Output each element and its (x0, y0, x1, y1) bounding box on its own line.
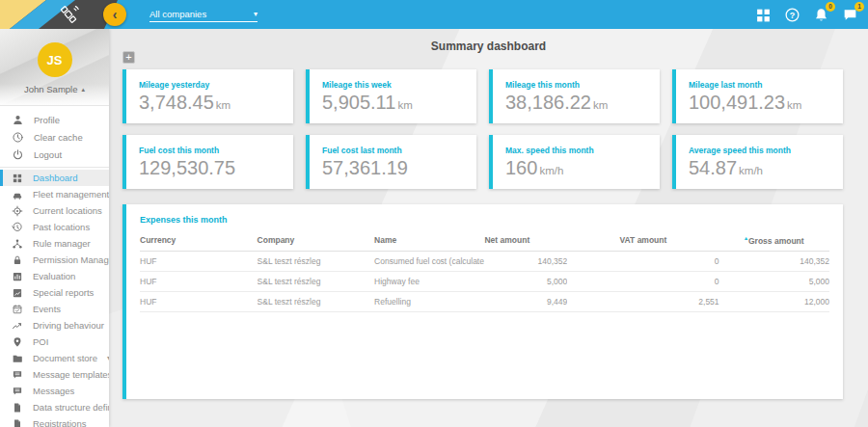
sidebar-item-data-structure-definition[interactable]: Data structure definition (0, 399, 109, 415)
sidebar-item-dashboard[interactable]: Dashboard (0, 170, 109, 186)
card-title: Mileage this month (505, 80, 654, 90)
sidebar-item-message-templates[interactable]: Message templates (0, 366, 109, 383)
sidebar-item-evaluation[interactable]: Evaluation (0, 268, 109, 284)
company-selector-value: All companies (149, 9, 206, 19)
topbar-icons: ?01 (755, 0, 858, 29)
sidebar-item-label: Events (33, 304, 61, 314)
column-header-company[interactable]: Company (258, 228, 375, 251)
sidebar-item-label: Driving behaviour (33, 320, 104, 331)
logo (0, 0, 118, 29)
chevron-up-icon: ▴ (81, 86, 85, 93)
card-unit: km (593, 99, 608, 111)
card-value: 129,530.75 (139, 157, 287, 179)
sidebar-item-poi[interactable]: POI (0, 334, 109, 350)
card-title: Mileage yesterday (139, 80, 287, 90)
account-actions: ProfileClear cacheLogout (0, 106, 109, 168)
card-max-speed-this-month: Max. speed this month160km/h (489, 135, 660, 189)
table-cell: S&L teszt részleg (258, 291, 375, 311)
company-selector[interactable]: All companies ▾ (149, 6, 258, 22)
sidebar-item-current-locations[interactable]: Current locations (0, 202, 109, 219)
events-icon (12, 304, 23, 315)
card-value: 38,186.22km (505, 92, 654, 114)
account-item-profile[interactable]: Profile (0, 111, 109, 128)
sidebar-item-registrations[interactable]: Registrations (0, 415, 109, 427)
card-average-speed-this-month: Average speed this month54.87km/h (672, 135, 843, 189)
driving-icon (12, 320, 23, 332)
column-header-currency[interactable]: Currency (140, 228, 258, 251)
sidebar-item-label: Message templates (33, 369, 109, 380)
collapse-sidebar-button[interactable]: ‹ (103, 3, 126, 26)
messages-badge: 1 (854, 2, 864, 12)
account-item-label: Profile (34, 115, 60, 125)
card-fuel-cost-this-month: Fuel cost this month129,530.75 (122, 135, 293, 189)
sidebar-item-permission-manager[interactable]: Permission Manager (0, 252, 109, 268)
card-title: Max. speed this month (505, 146, 654, 155)
evaluation-icon (12, 271, 23, 282)
table-cell: 12,000 (719, 291, 829, 311)
card-unit: km (216, 99, 231, 111)
sidebar-item-label: Registrations (33, 418, 86, 427)
sidebar-item-past-locations[interactable]: Past locations (0, 219, 109, 235)
table-cell: HUF (140, 271, 258, 291)
sidebar-item-label: Messages (33, 386, 74, 396)
messages-icon[interactable]: 1 (842, 7, 858, 23)
add-widget-button[interactable]: + (122, 51, 135, 64)
file-icon (12, 418, 23, 427)
avatar: JS (38, 42, 72, 77)
column-header-vat-amount[interactable]: VAT amount (567, 228, 719, 251)
sidebar-item-fleet-management[interactable]: Fleet management▾ (0, 186, 109, 202)
sidebar-item-document-store[interactable]: Document store▾ (0, 350, 109, 366)
special-reports-icon (12, 287, 23, 299)
notifications-badge: 0 (826, 2, 835, 12)
sidebar-item-label: Special reports (33, 287, 94, 298)
sidebar: JS John Sample ▴ ProfileClear cacheLogou… (0, 29, 109, 427)
card-value: 160km/h (505, 157, 654, 179)
card-unit: km/h (739, 165, 763, 176)
chevron-down-icon: ▾ (254, 10, 258, 18)
table-cell: Highway fee (374, 271, 484, 291)
sidebar-item-label: Current locations (33, 205, 102, 216)
sidebar-item-driving-behaviour[interactable]: Driving behaviour (0, 317, 109, 334)
expenses-panel-title: Expenses this month (140, 215, 829, 225)
sidebar-item-label: Fleet management (33, 189, 109, 200)
card-mileage-this-month: Mileage this month38,186.22km (489, 69, 660, 123)
sidebar-item-special-reports[interactable]: Special reports (0, 284, 109, 301)
account-item-clear-cache[interactable]: Clear cache (0, 128, 109, 146)
fleet-icon (12, 189, 23, 200)
table-cell: Consumed fuel cost (calculated by system… (374, 251, 484, 271)
card-title: Mileage last month (689, 80, 837, 90)
chat-lines-icon (12, 386, 23, 397)
sort-indicator-icon: ▴ (745, 235, 747, 241)
sidebar-item-label: Rule manager (33, 238, 91, 249)
user-menu-toggle[interactable]: John Sample ▴ (0, 84, 109, 94)
sidebar-item-messages[interactable]: Messages (0, 383, 109, 399)
sidebar-item-rule-manager[interactable]: Rule manager (0, 235, 109, 252)
table-row: HUFS&L teszt részlegRefuelling9,4492,551… (140, 291, 829, 311)
expenses-header-row: CurrencyCompanyNameNet amountVAT amount▴… (140, 228, 829, 251)
card-value: 5,905.11km (322, 92, 471, 114)
account-item-logout[interactable]: Logout (0, 146, 109, 163)
chevron-down-icon: ▾ (107, 354, 109, 362)
poi-icon (12, 336, 23, 348)
table-row: HUFS&L teszt részlegHighway fee5,00005,0… (140, 271, 829, 291)
apps-icon[interactable] (755, 7, 772, 23)
table-cell: 0 (567, 271, 719, 291)
column-header-gross-amount[interactable]: ▴Gross amount (719, 228, 829, 251)
user-name: John Sample (24, 84, 77, 94)
sidebar-item-events[interactable]: Events (0, 301, 109, 317)
card-title: Average speed this month (689, 146, 837, 155)
notifications-icon[interactable]: 0 (813, 7, 829, 23)
sidebar-item-label: Evaluation (33, 271, 75, 281)
table-cell: 0 (567, 251, 719, 271)
sidebar-item-label: POI (33, 336, 48, 347)
table-cell: 9,449 (484, 291, 567, 311)
file-icon (12, 402, 23, 414)
column-header-name[interactable]: Name (374, 228, 484, 251)
card-mileage-last-month: Mileage last month100,491.23km (672, 69, 843, 123)
help-icon[interactable]: ? (784, 7, 800, 23)
sidebar-item-label: Data structure definition (33, 402, 109, 413)
table-cell: 140,352 (484, 251, 567, 271)
account-item-label: Clear cache (34, 132, 83, 143)
table-cell: 140,352 (719, 251, 829, 271)
column-header-net-amount[interactable]: Net amount (484, 228, 567, 251)
